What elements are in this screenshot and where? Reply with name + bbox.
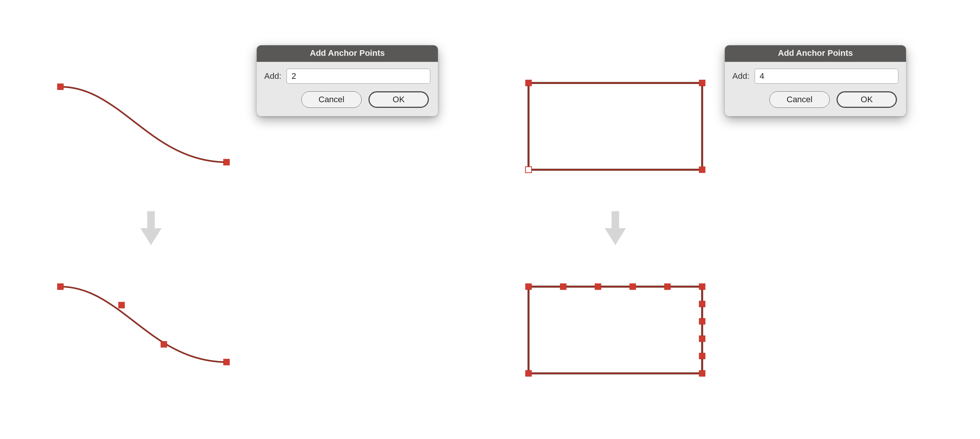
anchor-point-unselected [525, 167, 531, 173]
anchor-point [699, 318, 705, 324]
dialog-title: Add Anchor Points [725, 45, 906, 62]
anchor-point [560, 284, 566, 290]
anchor-point [525, 284, 531, 290]
anchor-point [699, 284, 705, 290]
ok-button[interactable]: OK [368, 91, 429, 108]
anchor-point [699, 80, 705, 86]
add-anchor-points-dialog: Add Anchor Points Add: Cancel OK [725, 45, 906, 116]
anchor-point [699, 353, 705, 359]
anchor-point [699, 167, 705, 173]
curve-after [53, 275, 249, 381]
anchor-point [223, 159, 229, 165]
dialog-title: Add Anchor Points [257, 45, 438, 62]
ok-button[interactable]: OK [837, 91, 897, 108]
anchor-point [161, 341, 167, 347]
anchor-point [525, 370, 531, 376]
curve-before [53, 75, 249, 181]
cancel-button[interactable]: Cancel [301, 91, 362, 108]
anchor-point [119, 302, 124, 308]
svg-rect-1 [528, 83, 702, 170]
anchor-point [223, 359, 229, 365]
svg-rect-0 [528, 83, 702, 170]
add-field-input[interactable] [755, 69, 899, 84]
cancel-button[interactable]: Cancel [769, 91, 830, 108]
add-field-label: Add: [732, 71, 749, 81]
rectangle-after [521, 279, 717, 385]
anchor-point [699, 301, 705, 307]
svg-rect-3 [528, 287, 702, 373]
arrow-down-icon [140, 211, 162, 245]
add-field-input[interactable] [286, 69, 430, 84]
anchor-point [699, 336, 705, 342]
arrow-down-icon [604, 211, 627, 245]
anchor-point [57, 84, 64, 90]
svg-rect-2 [528, 287, 702, 373]
anchor-point [630, 284, 636, 290]
rectangle-before [521, 75, 717, 181]
anchor-point [595, 284, 601, 290]
add-field-label: Add: [264, 71, 281, 81]
add-anchor-points-dialog: Add Anchor Points Add: Cancel OK [257, 45, 438, 116]
anchor-point [525, 80, 531, 86]
anchor-point [664, 284, 670, 290]
anchor-point [57, 284, 64, 290]
anchor-point [699, 370, 705, 376]
